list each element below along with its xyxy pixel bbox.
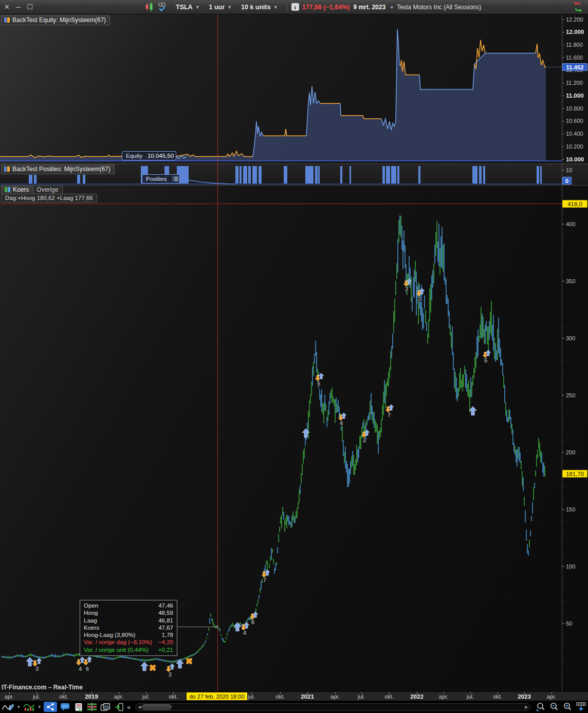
positions-tooltip: Posities 0 (142, 174, 180, 184)
svg-text:3: 3 (405, 286, 408, 292)
day-range-chip: Dag:+Hoog 180,62 +Laag 177,66 (1, 194, 97, 203)
equity-legend-icon (4, 17, 10, 23)
price-axis-tick: 200 (566, 449, 575, 455)
price-axis-tick: 350 (566, 278, 575, 284)
positions-tooltip-value: 0 (172, 176, 180, 182)
tab-overige-label: Overige (36, 186, 58, 193)
equity-axis-tick: 11.600 (566, 54, 583, 61)
equity-tooltip-label: Equity (126, 153, 142, 159)
price-axis-tick: 150 (566, 506, 575, 513)
positions-current-value-box: 0 (562, 177, 572, 185)
ohlc-tooltip-row: Hoog-Laag (3,80%)1,78 (84, 631, 173, 638)
price-high-value-box: 418,0 (562, 200, 587, 208)
price-axis-tick: 250 (566, 392, 575, 398)
equity-axis-tick: 11.000 (566, 93, 584, 99)
ohlc-tooltip-row: Laag46,81 (84, 617, 173, 624)
svg-text:4: 4 (340, 420, 343, 426)
ohlc-tooltip-row: Var. / vorige unit (0,44%)+0,21 (84, 646, 173, 653)
positions-panel-title: BackTest Posities: MijnSysteem(67) (12, 166, 111, 173)
equity-axis-tick: 10.200 (566, 143, 583, 150)
ohlc-tooltip-row: Var. / vorige dag (−8,10%)−4,20 (84, 638, 173, 646)
price-current-value-box: 181,70 (562, 470, 587, 478)
svg-text:6: 6 (86, 666, 89, 672)
equity-panel-title: BackTest Equity: MijnSysteem(67) (12, 16, 106, 24)
positions-axis-tick: 10 (566, 167, 572, 173)
svg-text:4: 4 (243, 630, 247, 636)
crosshair-vertical-line (217, 14, 218, 691)
price-axis-tick: 100 (566, 563, 575, 570)
ohlc-tooltip-row: Open47,46 (84, 602, 173, 609)
svg-text:2: 2 (169, 671, 172, 678)
equity-axis-tick: 10.000 (566, 156, 584, 162)
tooltip-connector-line (177, 627, 217, 627)
price-axis-tick: 300 (566, 335, 575, 341)
high-level-line (0, 204, 588, 204)
svg-text:6: 6 (251, 619, 254, 625)
app-window: ✕ ─ ☐ TSLA ▼ 1 uur ▼ (0, 0, 588, 713)
equity-tooltip-value: 10.045,50 (148, 153, 174, 159)
svg-text:7: 7 (388, 412, 391, 418)
svg-text:2: 2 (418, 296, 421, 302)
positions-panel-label[interactable]: BackTest Posities: MijnSysteem(67) (1, 164, 115, 174)
equity-current-value-box: 11.452 (562, 63, 587, 71)
equity-axis-tick: 11.800 (566, 42, 583, 48)
equity-axis-tick: 10.600 (566, 118, 583, 124)
ohlc-tooltip-row: Hoog48,59 (84, 609, 173, 616)
selected-date-box: do 27 feb. 2020 18:00 (187, 692, 247, 700)
equity-axis-tick: 12.000 (566, 29, 584, 35)
tab-koers-label: Koers (13, 186, 29, 193)
price-axis-tick: 400 (566, 221, 575, 227)
svg-text:4: 4 (79, 666, 82, 672)
equity-axis-tick: 10.400 (566, 131, 583, 137)
positions-tooltip-label: Posities (146, 176, 167, 182)
ohlc-tooltip: Open47,46Hoog48,59Laag46,81Koers47,67Hoo… (80, 600, 177, 656)
equity-panel-label[interactable]: BackTest Equity: MijnSysteem(67) (1, 15, 110, 25)
svg-text:7: 7 (263, 577, 266, 583)
equity-axis-tick: 11.200 (566, 80, 583, 86)
svg-text:3: 3 (35, 666, 39, 672)
equity-axis-tick: 10.800 (566, 105, 583, 112)
svg-text:2: 2 (363, 437, 366, 443)
koers-legend-icon (5, 187, 10, 192)
ohlc-tooltip-row: Koers47,67 (84, 624, 173, 631)
price-axis-tick: 50 (566, 620, 572, 627)
svg-text:5: 5 (317, 380, 320, 387)
watermark: IT-Finance.com – Real-Time (2, 684, 83, 691)
equity-axis-tick: 12.200 (566, 16, 583, 23)
day-range-text: Dag:+Hoog 180,62 +Laag 177,66 (5, 195, 93, 201)
svg-text:5: 5 (484, 357, 487, 363)
positions-legend-icon (4, 167, 10, 172)
equity-tooltip: Equity 10.045,50 (122, 151, 176, 160)
